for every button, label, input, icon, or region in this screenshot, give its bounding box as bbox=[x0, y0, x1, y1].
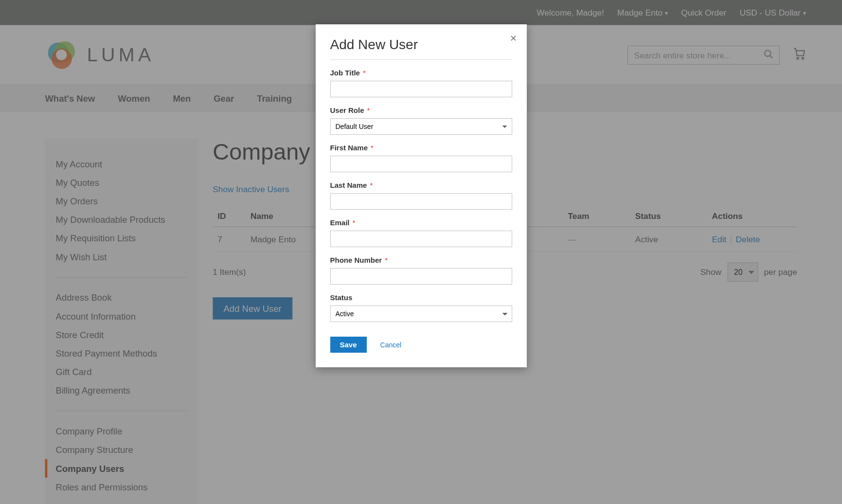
close-icon[interactable]: ✕ bbox=[510, 33, 517, 44]
job-title-input[interactable] bbox=[330, 81, 512, 97]
phone-label: Phone Number* bbox=[330, 256, 512, 264]
phone-input[interactable] bbox=[330, 268, 512, 285]
user-role-select[interactable]: Default User bbox=[330, 118, 512, 135]
email-label: Email* bbox=[330, 218, 512, 227]
job-title-label: Job Title* bbox=[330, 69, 512, 77]
cancel-link[interactable]: Cancel bbox=[380, 341, 402, 349]
first-name-input[interactable] bbox=[330, 156, 512, 172]
last-name-label: Last Name* bbox=[330, 181, 512, 189]
status-select[interactable]: Active bbox=[330, 306, 512, 322]
modal-title: Add New User bbox=[330, 37, 512, 60]
user-role-label: User Role* bbox=[330, 106, 512, 114]
email-input[interactable] bbox=[330, 231, 512, 247]
add-user-modal: ✕ Add New User Job Title* User Role* Def… bbox=[316, 24, 527, 367]
save-button[interactable]: Save bbox=[330, 337, 367, 353]
last-name-input[interactable] bbox=[330, 193, 512, 210]
status-label: Status bbox=[330, 293, 512, 302]
first-name-label: First Name* bbox=[330, 144, 512, 152]
